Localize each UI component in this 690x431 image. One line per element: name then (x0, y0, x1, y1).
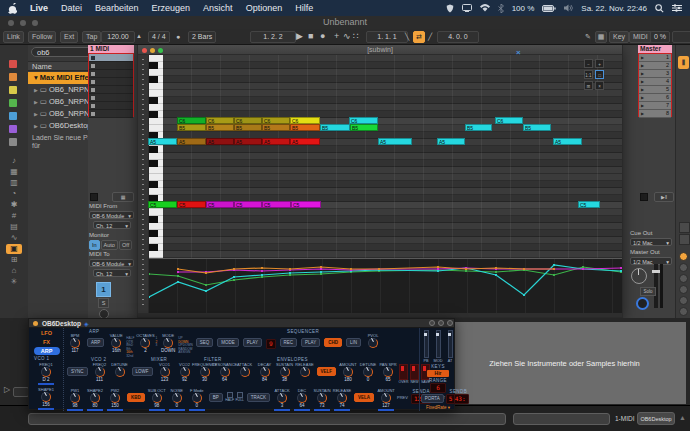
piano-key-row[interactable] (149, 111, 163, 118)
velocity-point[interactable] (582, 266, 584, 268)
knob-attack[interactable]: ATTACK3 (272, 388, 292, 411)
packs-icon[interactable]: ⊞ (6, 255, 22, 265)
volume-handle[interactable] (652, 270, 660, 273)
session-view-toggle-1[interactable] (679, 263, 688, 272)
checkbox-half[interactable]: HALF (225, 392, 235, 402)
knob-dial[interactable] (381, 393, 391, 403)
max-for-live-icon[interactable]: ▣ (6, 244, 22, 254)
velocity-point[interactable] (553, 264, 555, 266)
clip-stop-button[interactable] (90, 193, 98, 201)
label-color-swatch-2[interactable] (9, 86, 17, 94)
knob-dial[interactable] (70, 393, 80, 403)
session-view-toggle-3[interactable] (679, 285, 688, 294)
range-display[interactable]: 6 (430, 383, 446, 393)
knob-sustain[interactable]: SUSTAIN38 (275, 362, 295, 382)
button-arp-1[interactable]: ARP (87, 338, 104, 347)
midi-note-c6-2[interactable]: C6 (234, 117, 262, 124)
scene-slot-3[interactable]: ▶3 (639, 70, 671, 78)
preview-play-icon[interactable]: ▷ (4, 385, 10, 394)
knob-dec[interactable]: DEC64 (292, 388, 312, 411)
solo-button[interactable]: S (98, 298, 109, 308)
returns-show-toggle[interactable] (679, 234, 690, 245)
spotlight-search-icon[interactable] (655, 4, 664, 13)
clip-slot-5[interactable] (89, 86, 133, 94)
label-color-swatch-3[interactable] (9, 99, 17, 107)
midi-from-device-dropdown[interactable]: OB-6 Module ▾ (89, 211, 134, 219)
automation-arm-icon[interactable]: ∿ (343, 30, 351, 43)
zoom-control-2[interactable]: 1:1 (584, 70, 593, 79)
plugins-icon[interactable]: # (6, 211, 22, 221)
follow-button[interactable]: Follow (28, 31, 56, 43)
punch-out-icon[interactable]: ╱ (428, 30, 432, 43)
knob-dial[interactable] (115, 367, 125, 377)
quantize-menu[interactable]: 2 Bars (188, 31, 216, 43)
option-assign[interactable]: ASSIGN (178, 351, 193, 355)
midi-to-channel-dropdown[interactable]: Ch. 12 ▾ (93, 269, 131, 277)
pan-knob[interactable] (631, 268, 647, 284)
knob-dial[interactable] (200, 367, 210, 377)
checkbox-full[interactable]: FULL (235, 392, 245, 402)
knob-f-mode[interactable]: F Mode0 (187, 388, 207, 411)
label-color-swatch-6[interactable] (9, 138, 17, 146)
knob-dial[interactable] (111, 338, 121, 348)
device-drop-zone[interactable]: Ziehen Sie Instrumente oder Samples hier… (443, 322, 686, 404)
piano-key-row[interactable] (149, 125, 163, 132)
velocity-point[interactable] (437, 268, 439, 270)
knob-dial[interactable] (180, 367, 190, 377)
plugin-tab-fx[interactable]: FX (34, 338, 60, 346)
button-velf[interactable]: VELF (317, 367, 337, 376)
button-bp-7[interactable]: BP (209, 393, 223, 402)
knob-sustain[interactable]: SUSTAIN73 (312, 388, 332, 411)
velocity-point[interactable] (289, 268, 291, 270)
knob-shape2[interactable]: SHAPE280 (85, 388, 105, 411)
knob-detune[interactable]: DETUNE0 (358, 362, 378, 382)
velocity-point[interactable] (320, 273, 322, 275)
velocity-point[interactable] (495, 274, 497, 276)
session-view-toggle-4[interactable] (679, 296, 688, 305)
plugin-titlebar[interactable]: OB6Desktop ◈ (29, 319, 454, 328)
slider-track[interactable] (448, 330, 453, 358)
scene-slot-5[interactable]: ▶5 (639, 86, 671, 94)
red-slider-over[interactable]: OVER (398, 362, 409, 384)
piano-key-row[interactable] (149, 223, 163, 230)
knob-dial[interactable] (363, 367, 373, 377)
knob-decay[interactable]: DECAY84 (255, 362, 275, 382)
menu-hilfe[interactable]: Hilfe (295, 3, 313, 13)
zoom-control-3[interactable]: □ (595, 70, 604, 79)
monitor-in-button[interactable]: In (89, 240, 100, 250)
tempo-field[interactable]: 120.00 (101, 31, 135, 43)
piano-key-row[interactable] (149, 62, 163, 69)
knob-value[interactable]: VALUE16th (106, 333, 126, 353)
preview-volume-box[interactable] (13, 387, 29, 397)
volume-icon[interactable] (564, 4, 573, 12)
midi-note-b5-9[interactable]: B5 (234, 124, 262, 131)
wifi-icon[interactable] (480, 4, 490, 12)
button-mode-6[interactable]: MODE (217, 338, 239, 347)
midi-note-b5-14[interactable]: B5 (465, 124, 492, 131)
knob-dial[interactable] (343, 367, 353, 377)
sounds-icon[interactable]: ♪ (6, 156, 22, 166)
knob-release[interactable]: RELEASE74 (332, 388, 352, 411)
menu-erzeugen[interactable]: Erzeugen (152, 3, 191, 13)
piano-key-row[interactable] (149, 160, 163, 167)
label-color-swatch-4[interactable] (9, 112, 17, 120)
knob-freq2[interactable]: FREQ2111 (90, 362, 110, 382)
midi-note-c5-25[interactable]: C5 (148, 201, 177, 208)
midi-note-b5-12[interactable]: B5 (320, 124, 350, 131)
record-button[interactable]: ● (320, 30, 325, 43)
velocity-point[interactable] (261, 274, 263, 276)
stop-button[interactable]: ■ (308, 30, 313, 43)
velocity-point[interactable] (465, 268, 467, 270)
knob-dial[interactable] (280, 367, 290, 377)
velocity-point[interactable] (320, 271, 322, 273)
io-show-toggle[interactable] (679, 222, 690, 233)
velocity-point[interactable] (289, 274, 291, 276)
session-view-toggle-0[interactable] (679, 252, 688, 261)
option-32nd[interactable]: 32nd (126, 355, 134, 359)
knob-dial[interactable] (140, 338, 150, 348)
seg-value[interactable]: 9 (266, 339, 276, 349)
velocity-point[interactable] (620, 270, 622, 272)
velocity-point[interactable] (437, 270, 439, 272)
scene-play-toggle[interactable]: ▶‖ (654, 192, 674, 202)
piano-key-row[interactable] (149, 104, 163, 111)
